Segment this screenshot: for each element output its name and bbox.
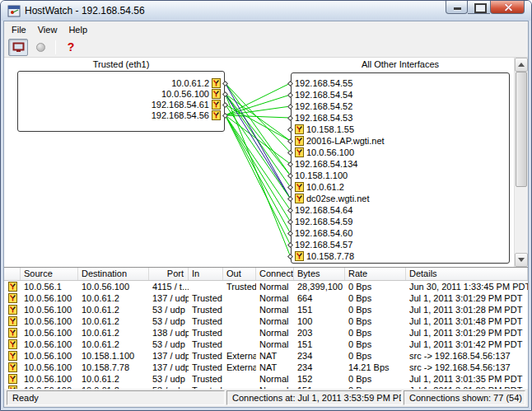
table-row[interactable]: 10.0.56.10010.0.61.253 / udpTrustedNorma… bbox=[4, 315, 528, 327]
cell-rate: 0 Bps bbox=[345, 316, 406, 326]
cell-icon bbox=[4, 316, 21, 326]
other-host[interactable]: 192.168.54.57 bbox=[288, 240, 352, 250]
host-label: 192.168.54.61 bbox=[152, 100, 209, 110]
host-traffic-icon bbox=[8, 362, 17, 372]
trusted-host[interactable]: 192.168.54.56 bbox=[152, 110, 227, 120]
cell-destination: 10.0.61.2 bbox=[78, 339, 149, 349]
cell-source: 10.0.56.100 bbox=[21, 316, 78, 326]
other-host[interactable]: 192.168.54.54 bbox=[288, 90, 352, 100]
other-host[interactable]: 192.168.54.60 bbox=[288, 228, 352, 238]
cell-icon bbox=[4, 362, 21, 372]
table-row[interactable]: 10.0.56.10010.158.1.100137 / udpTrustedE… bbox=[4, 350, 528, 362]
column-header-source[interactable]: Source bbox=[21, 268, 78, 280]
connector-diamond bbox=[287, 114, 293, 120]
column-header-in[interactable]: In bbox=[189, 268, 223, 280]
cell-port: 53 / udp bbox=[149, 374, 189, 384]
menu-help[interactable]: Help bbox=[63, 23, 93, 36]
other-host[interactable]: dc02se.wgti.net bbox=[288, 194, 369, 203]
hostwatch-window: HostWatch - 192.168.54.56 FileViewHelp ? bbox=[0, 0, 532, 411]
cell-connection: Normal bbox=[256, 305, 294, 315]
column-header-icon[interactable] bbox=[4, 268, 21, 280]
cell-rate: 0 Bps bbox=[345, 293, 406, 303]
other-host[interactable]: 10.158.1.100 bbox=[288, 170, 348, 180]
menu-view[interactable]: View bbox=[32, 23, 63, 36]
trusted-host[interactable]: 10.0.56.100 bbox=[161, 89, 227, 99]
column-header-connection[interactable]: Connect... bbox=[256, 268, 294, 280]
host-traffic-icon bbox=[8, 316, 17, 326]
stop-button[interactable] bbox=[30, 39, 50, 56]
table-row[interactable]: 10.0.56.10010.0.61.2138 / udpTrustedNorm… bbox=[4, 327, 528, 339]
trusted-panel: 10.0.61.210.0.56.100192.168.54.61192.168… bbox=[17, 71, 225, 132]
other-host[interactable]: 192.168.54.52 bbox=[288, 101, 352, 111]
other-host[interactable]: 10.0.56.100 bbox=[288, 147, 354, 157]
status-connections-shown: Connections shown: 77 (54) bbox=[404, 390, 525, 405]
cell-connection: Normal bbox=[256, 316, 294, 326]
menu-file[interactable]: File bbox=[6, 23, 32, 36]
titlebar[interactable]: HostWatch - 192.168.54.56 bbox=[1, 1, 531, 21]
cell-icon bbox=[4, 328, 21, 338]
table-row[interactable]: 10.0.56.10010.158.7.78137 / udpTrustedEx… bbox=[4, 362, 528, 373]
host-label: 192.168.54.52 bbox=[295, 101, 352, 111]
scroll-up-button[interactable] bbox=[515, 58, 528, 72]
column-header-bytes[interactable]: Bytes bbox=[294, 268, 345, 280]
host-label: 192.168.54.56 bbox=[152, 110, 209, 120]
cell-rate: 0 Bps bbox=[345, 339, 406, 349]
connection-line bbox=[226, 115, 291, 222]
cell-source: 10.0.56.100 bbox=[21, 351, 78, 361]
connector-diamond bbox=[287, 207, 293, 213]
cell-in: Trusted bbox=[189, 351, 223, 361]
scrollbar-track[interactable] bbox=[515, 72, 528, 253]
cell-details: Jul 1, 2011 3:01:42 PM PDT bbox=[406, 339, 528, 349]
other-host[interactable]: 10.0.61.2 bbox=[288, 182, 344, 192]
other-host[interactable]: 10.158.1.55 bbox=[288, 124, 354, 134]
column-header-details[interactable]: Details bbox=[406, 268, 528, 280]
host-label: 192.168.54.59 bbox=[295, 217, 352, 227]
trusted-host[interactable]: 192.168.54.61 bbox=[152, 100, 227, 110]
table-row[interactable]: 10.0.56.10010.0.61.253 / udpTrustedNorma… bbox=[4, 373, 528, 385]
column-header-port[interactable]: Port bbox=[149, 268, 189, 280]
cell-connection: Normal bbox=[256, 339, 294, 349]
connections-table: SourceDestinationPortInOutConnect...Byte… bbox=[4, 267, 528, 389]
connector-diamond bbox=[222, 80, 228, 86]
table-row[interactable]: 10.0.56.10010.0.61.253 / udpTrustedNorma… bbox=[4, 339, 528, 350]
cell-source: 10.0.56.100 bbox=[21, 374, 78, 384]
cell-in: Trusted bbox=[189, 316, 223, 326]
minimize-button[interactable] bbox=[446, 1, 468, 14]
connection-line bbox=[226, 83, 291, 175]
status-ready-text: Ready bbox=[12, 393, 39, 403]
cell-rate: 0 Bps bbox=[345, 374, 406, 384]
table-row[interactable]: 10.0.56.10010.0.61.2137 / udpTrustedNorm… bbox=[4, 292, 528, 304]
status-ready: Ready bbox=[7, 390, 225, 405]
other-host[interactable]: 20016-LAP.wgti.net bbox=[288, 136, 385, 146]
column-header-rate[interactable]: Rate bbox=[345, 268, 406, 280]
help-button[interactable]: ? bbox=[61, 39, 81, 56]
other-host[interactable]: 10.158.7.78 bbox=[288, 251, 354, 261]
close-button[interactable] bbox=[490, 1, 525, 14]
table-row[interactable]: 10.0.56.110.0.56.1004115 / t...TrustedNo… bbox=[4, 281, 528, 292]
connection-line bbox=[226, 94, 291, 175]
other-host[interactable]: 192.168.54.53 bbox=[288, 113, 352, 123]
cell-details: src -> 192.168.54.56:137 bbox=[406, 362, 528, 372]
host-traffic-icon bbox=[8, 351, 17, 361]
cell-out: Trusted bbox=[223, 282, 256, 292]
other-host[interactable]: 192.168.54.55 bbox=[288, 78, 352, 88]
window-controls bbox=[446, 1, 525, 14]
host-label: 192.168.54.134 bbox=[295, 159, 357, 169]
connector-diamond bbox=[287, 91, 293, 97]
trusted-host[interactable]: 10.0.61.2 bbox=[171, 78, 227, 88]
cell-out: External bbox=[223, 362, 256, 372]
scrollbar-thumb[interactable] bbox=[516, 72, 527, 187]
column-header-out[interactable]: Out bbox=[223, 268, 256, 280]
cell-bytes: 203 bbox=[294, 328, 345, 338]
pause-display-button[interactable] bbox=[8, 39, 28, 56]
other-host[interactable]: 192.168.54.134 bbox=[288, 159, 357, 169]
table-row[interactable]: 10.0.56.10010.0.61.253 / udpTrustedNorma… bbox=[4, 304, 528, 315]
column-header-destination[interactable]: Destination bbox=[78, 268, 149, 280]
diagram-scrollbar[interactable] bbox=[514, 58, 528, 267]
maximize-button[interactable] bbox=[468, 1, 490, 14]
host-label: 10.158.1.55 bbox=[306, 124, 354, 134]
other-host[interactable]: 192.168.54.64 bbox=[288, 205, 352, 215]
cell-in: Trusted bbox=[189, 293, 223, 303]
other-host[interactable]: 192.168.54.59 bbox=[288, 217, 352, 227]
scroll-down-button[interactable] bbox=[515, 253, 528, 267]
